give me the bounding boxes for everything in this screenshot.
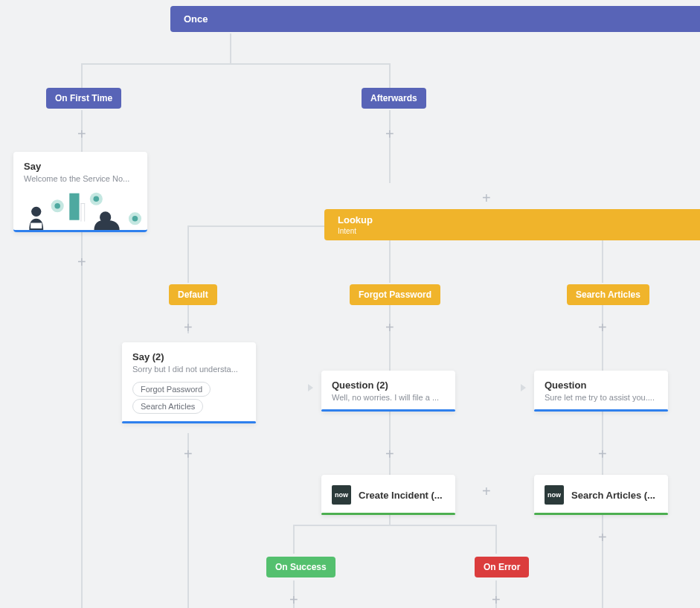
card-q2-desc: Well, no worries. I will file a ...: [332, 393, 445, 402]
plus-first-2[interactable]: +: [77, 255, 86, 269]
card-say2-desc: Sorry but I did not understa...: [132, 365, 245, 374]
servicenow-logo-icon: now: [332, 485, 351, 505]
card-say-title: Say: [24, 161, 137, 172]
plus-error-1[interactable]: +: [492, 592, 501, 607]
node-once-label: Once: [184, 13, 208, 25]
tag-default[interactable]: Default: [169, 284, 217, 305]
node-lookup-sub: Intent: [338, 227, 700, 235]
card-q2-title: Question (2): [332, 380, 445, 391]
card-question-2[interactable]: Question (2) Well, no worries. I will fi…: [321, 371, 455, 412]
card-q1-title: Question: [545, 380, 658, 391]
tag-forgot-password[interactable]: Forgot Password: [350, 284, 440, 305]
tag-on-success[interactable]: On Success: [266, 557, 335, 577]
svg-rect-10: [80, 203, 81, 222]
card-say-welcome[interactable]: Say Welcome to the Service No...: [13, 152, 147, 232]
card-question[interactable]: Question Sure let me try to assist you..…: [534, 371, 668, 412]
plus-default-2[interactable]: +: [184, 447, 193, 461]
node-lookup-label: Lookup: [338, 214, 373, 225]
svg-rect-0: [69, 193, 79, 220]
tri-q1: [521, 384, 526, 391]
card-search-articles-label: Search Articles (...: [571, 490, 658, 501]
plus-success-1[interactable]: +: [289, 592, 298, 607]
svg-rect-11: [84, 203, 85, 222]
svg-rect-8: [30, 223, 42, 229]
plus-first-1[interactable]: +: [77, 127, 86, 141]
svg-point-6: [132, 216, 138, 222]
card-say-desc: Welcome to the Service No...: [24, 174, 137, 183]
plus-search-3[interactable]: +: [598, 530, 607, 545]
chip-search[interactable]: Search Articles: [132, 399, 203, 414]
card-search-articles[interactable]: now Search Articles (...: [534, 475, 668, 515]
plus-forgot-1[interactable]: +: [385, 320, 394, 335]
card-say2-title: Say (2): [132, 351, 245, 362]
card-say-2[interactable]: Say (2) Sorry but I did not understa... …: [122, 342, 256, 423]
node-once[interactable]: Once: [170, 6, 700, 32]
plus-search-2[interactable]: +: [598, 447, 607, 461]
plus-forgot-2[interactable]: +: [385, 447, 394, 461]
card-say-illustration: [13, 189, 147, 232]
tri-q2: [308, 384, 313, 391]
svg-rect-12: [80, 203, 85, 204]
card-create-incident[interactable]: now Create Incident (...: [321, 475, 455, 515]
tag-on-first-time[interactable]: On First Time: [46, 88, 121, 109]
tag-afterwards[interactable]: Afterwards: [362, 88, 426, 109]
tag-search-articles[interactable]: Search Articles: [567, 284, 649, 305]
card-create-incident-label: Create Incident (...: [359, 490, 445, 501]
card-q1-desc: Sure let me try to assist you....: [545, 393, 658, 402]
plus-incident-side[interactable]: +: [482, 484, 491, 499]
svg-point-4: [94, 196, 100, 202]
tag-on-error[interactable]: On Error: [475, 557, 529, 577]
svg-point-2: [54, 203, 60, 209]
node-lookup[interactable]: Lookup Intent: [324, 209, 700, 240]
plus-search-1[interactable]: +: [598, 320, 607, 335]
svg-point-7: [31, 207, 41, 217]
plus-after-1[interactable]: +: [385, 127, 394, 141]
plus-lookup-side[interactable]: +: [482, 191, 491, 205]
plus-default-1[interactable]: +: [184, 320, 193, 335]
servicenow-logo-icon-2: now: [545, 485, 564, 505]
chip-forgot[interactable]: Forgot Password: [132, 382, 211, 397]
card-say2-chips: Forgot Password Search Articles: [132, 380, 245, 414]
